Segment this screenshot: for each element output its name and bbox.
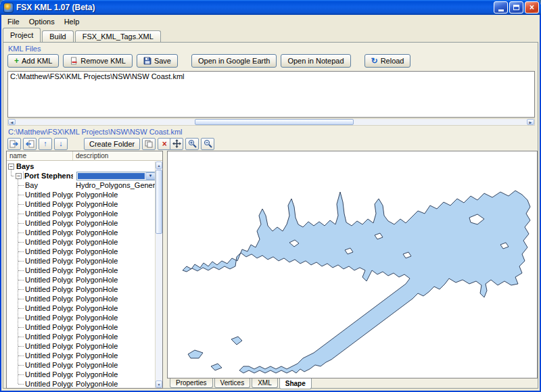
tree-column-name[interactable]: name [7,151,73,160]
tree-line [18,251,24,252]
tree-item-label: Untitled Polygon [25,247,73,255]
reload-label: Reload [381,57,404,65]
promote-item-button[interactable] [23,138,37,150]
main-tab-strip: Project Build FSX_KML_Tags.XML [3,28,162,42]
tree-row[interactable]: Untitled PolygonPolygonHole [7,360,155,370]
add-kml-button[interactable]: + Add KML [7,54,59,68]
tree-line [11,176,14,176]
tree-line [18,185,24,186]
minimize-button[interactable] [494,1,508,14]
tab-xml[interactable]: XML [252,378,278,388]
demote-item-button[interactable] [7,138,21,150]
kml-file-item[interactable]: C:\Matthew\FSX\KML Projects\NSW\NSW Coas… [8,72,534,81]
tab-project[interactable]: Project [3,28,41,42]
tree-row[interactable]: −Port Stephens▼ [7,171,155,180]
demote-item-icon [9,140,19,148]
tree-row[interactable]: BayHydro_Polygons_Generic_Ba [7,180,155,190]
tab-build[interactable]: Build [42,30,73,42]
map-toolbar [170,137,214,150]
tree-row[interactable]: Untitled PolygonPolygonHole [7,190,155,199]
tree-item-label: Untitled Polygon [25,295,73,303]
remove-icon [70,57,78,65]
tree-item-label: Untitled Polygon [25,361,73,369]
tree-rows: −Bays−Port Stephens▼BayHydro_Polygons_Ge… [7,162,155,388]
tree-column-description[interactable]: description [73,151,162,160]
kml-toolbar: + Add KML Remove KML Save Open in Google… [7,53,410,68]
zoom-in-button[interactable] [185,138,199,150]
scrollbar-thumb[interactable] [195,119,354,125]
scroll-down-button[interactable]: ▼ [156,381,162,388]
tree-row[interactable]: Untitled PolygonPolygonHole [7,322,155,332]
tree-row[interactable]: Untitled PolygonPolygonHole [7,285,155,294]
tree-panel: name description −Bays−Port Stephens▼Bay… [6,151,163,389]
tree-line [18,242,24,243]
close-button[interactable]: × [525,1,539,14]
tree-row[interactable]: Untitled PolygonPolygonHole [7,256,155,266]
create-folder-button[interactable]: Create Folder [84,138,140,150]
horizontal-scrollbar[interactable]: ◀ ▶ [7,118,535,126]
menu-options[interactable]: Options [24,16,60,27]
description-combobox[interactable]: ▼ [76,172,155,180]
scroll-left-button[interactable]: ◀ [8,119,16,125]
tree-row[interactable]: Untitled PolygonPolygonHole [7,199,155,209]
reload-button[interactable]: ↻ Reload [364,54,411,68]
remove-kml-button[interactable]: Remove KML [63,54,133,68]
tree-row[interactable]: Untitled PolygonPolygonHole [7,275,155,285]
move-up-button[interactable]: ↑ [39,138,52,150]
tree-item-description: PolygonHole [73,238,155,246]
tree-row[interactable]: Untitled PolygonPolygonHole [7,313,155,322]
tree-row[interactable]: Untitled PolygonPolygonHole [7,228,155,237]
tree-guide-line [18,179,18,384]
save-button[interactable]: Save [137,54,178,68]
tree-guide-line [11,169,11,176]
tree-row[interactable]: Untitled PolygonPolygonHole [7,341,155,351]
copy-button[interactable] [142,138,156,150]
tree-row[interactable]: Untitled PolygonPolygonHole [7,379,155,388]
water-body [188,350,203,358]
tree-item-description: PolygonHole [73,380,155,388]
open-in-google-earth-button[interactable]: Open in Google Earth [191,54,277,68]
tree-scrollbar-thumb[interactable] [156,170,162,234]
kml-file-list[interactable]: C:\Matthew\FSX\KML Projects\NSW\NSW Coas… [7,71,535,118]
tab-vertices[interactable]: Vertices [214,378,251,388]
tree-row[interactable]: Untitled PolygonPolygonHole [7,294,155,303]
tab-shape[interactable]: Shape [279,378,312,389]
tree-row[interactable]: Untitled PolygonPolygonHole [7,237,155,247]
tree-row[interactable]: −Bays [7,162,155,171]
tree-row[interactable]: Untitled PolygonPolygonHole [7,370,155,379]
water-body [231,337,242,345]
tree-row[interactable]: Untitled PolygonPolygonHole [7,332,155,341]
tree-item-label: Port Stephens [24,172,73,180]
open-in-notepad-button[interactable]: Open in Notepad [281,54,350,68]
move-down-icon: ↓ [59,140,63,147]
tree-row[interactable]: Untitled PolygonPolygonHole [7,303,155,313]
tree-item-label: Bay [25,181,38,189]
tab-properties[interactable]: Properties [170,378,213,388]
chevron-down-icon[interactable]: ▼ [145,172,155,180]
tree-row[interactable]: Untitled PolygonPolygonHole [7,351,155,360]
tree-row[interactable]: Untitled PolygonPolygonHole [7,218,155,228]
tree-row[interactable]: Untitled PolygonPolygonHole [7,209,155,218]
scroll-right-button[interactable]: ▶ [527,119,534,125]
window-frame-left [0,15,1,392]
tree-line [18,356,24,356]
tree-scrollbar[interactable]: ▲ ▼ [155,162,162,388]
title-bar[interactable]: FSX KML 1.07 (Beta) × [0,0,541,15]
pan-button[interactable] [170,138,183,150]
menu-help[interactable]: Help [60,16,85,27]
zoom-out-button[interactable] [201,138,214,150]
scroll-up-button[interactable]: ▲ [156,162,162,169]
tree-row[interactable]: Untitled PolygonPolygonHole [7,247,155,256]
map-canvas[interactable] [167,151,538,378]
maximize-button[interactable] [509,1,523,14]
tree-line [18,384,24,385]
tab-fsx-kml-tags-xml[interactable]: FSX_KML_Tags.XML [75,30,161,42]
tree-expander-icon[interactable]: − [16,173,22,179]
close-icon: × [530,3,534,11]
tree-item-description: Hydro_Polygons_Generic_Ba [73,181,155,189]
tree-item-description: PolygonHole [73,370,155,378]
menu-file[interactable]: File [3,16,24,27]
tree-line [18,232,24,233]
move-down-button[interactable]: ↓ [54,138,68,150]
tree-row[interactable]: Untitled PolygonPolygonHole [7,266,155,275]
